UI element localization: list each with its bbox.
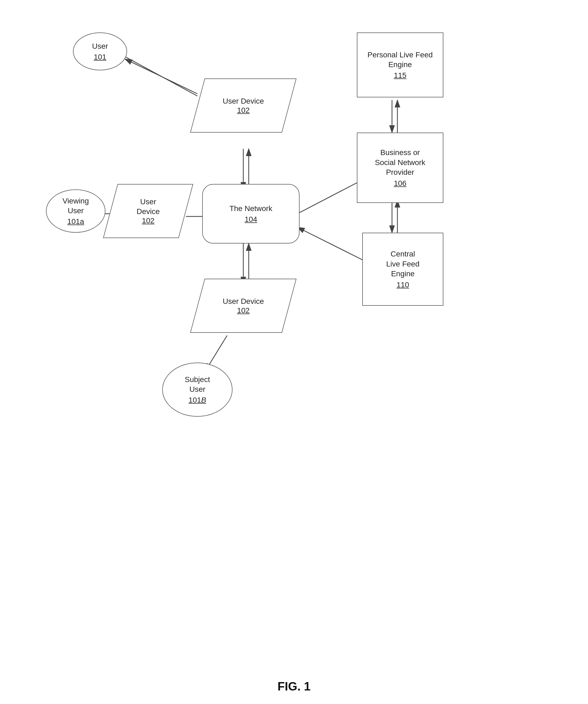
business-social-number: 106: [394, 179, 407, 188]
central-live-feed-number: 110: [397, 281, 409, 289]
user-device-bottom-label: User Device: [223, 297, 264, 305]
user-label: User: [92, 41, 108, 51]
diagram: User 101 User Device 102 ViewingUser 101…: [38, 16, 551, 665]
user-device-top-label: User Device: [223, 97, 264, 105]
user-device-bottom-node: User Device 102: [197, 279, 289, 333]
svg-line-4: [125, 59, 205, 98]
user-device-left-node: UserDevice 102: [110, 184, 186, 238]
user-device-bottom-number: 102: [237, 306, 250, 315]
personal-live-feed-number: 115: [394, 71, 407, 80]
personal-live-feed-node: Personal Live FeedEngine 115: [357, 33, 443, 98]
svg-line-9: [298, 179, 365, 214]
central-live-feed-label: CentralLive FeedEngine: [386, 249, 419, 279]
viewing-user-label: ViewingUser: [62, 196, 89, 216]
network-label: The Network: [230, 204, 272, 214]
user-device-top-number: 102: [237, 106, 250, 114]
user-device-top-node: User Device 102: [197, 78, 289, 132]
user-number: 101: [94, 53, 107, 61]
network-node: The Network 104: [202, 184, 300, 243]
user-node: User 101: [73, 33, 127, 70]
viewing-user-number: 101a: [67, 217, 84, 226]
personal-live-feed-label: Personal Live FeedEngine: [368, 50, 433, 70]
business-social-label: Business orSocial NetworkProvider: [375, 148, 426, 177]
svg-line-3: [124, 56, 205, 100]
network-number: 104: [245, 215, 257, 224]
svg-line-14: [298, 227, 362, 260]
arrows-svg: [38, 16, 551, 665]
business-social-node: Business orSocial NetworkProvider 106: [357, 132, 443, 203]
user-device-left-number: 102: [142, 217, 155, 225]
subject-user-node: SubjectUser 101B: [162, 362, 233, 417]
viewing-user-node: ViewingUser 101a: [46, 189, 106, 233]
figure-label: FIG. 1: [277, 680, 310, 693]
subject-user-number: 101B: [188, 396, 206, 405]
subject-user-label: SubjectUser: [185, 375, 210, 395]
user-device-left-label: UserDevice: [136, 197, 160, 216]
central-live-feed-node: CentralLive FeedEngine 110: [362, 233, 443, 306]
figure-title-text: FIG. 1: [277, 680, 310, 693]
